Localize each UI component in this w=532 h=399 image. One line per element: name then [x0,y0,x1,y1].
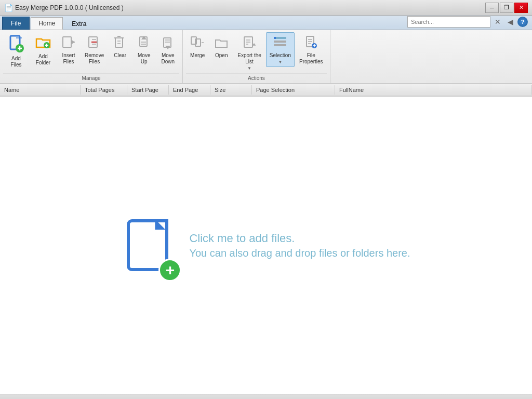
svg-rect-15 [115,38,123,47]
ribbon-group-actions: Merge Open [183,30,330,83]
svg-rect-40 [274,44,286,46]
actions-buttons: Merge Open [186,32,326,73]
drop-zone[interactable]: + Click me to add files. You can also dr… [122,214,410,276]
clear-label: Clear [114,52,126,59]
help-button[interactable]: ? [517,17,528,27]
table-header: Name Total Pages Start Page End Page Siz… [0,84,532,97]
clear-icon [113,35,127,51]
export-list-arrow: ▼ [247,66,251,71]
selection-arrow: ▼ [278,60,282,64]
add-folder-button[interactable]: AddFolder [30,32,56,69]
insert-files-label: InsertFiles [62,52,75,65]
move-down-label: MoveDown [161,52,175,65]
insert-files-button[interactable]: InsertFiles [57,32,80,68]
tab-extra[interactable]: Extra [64,18,94,30]
file-properties-button[interactable]: FileProperties [296,32,327,68]
merge-button[interactable]: Merge [186,32,209,61]
actions-group-label: Actions [186,73,326,83]
tab-file[interactable]: File [2,17,30,30]
col-header-page-selection[interactable]: Page Selection [252,85,335,95]
minimize-button[interactable]: ─ [485,3,499,13]
insert-files-icon [61,35,76,51]
open-label: Open [215,52,228,59]
move-down-button[interactable]: MoveDown [156,32,179,68]
add-files-icon [8,35,24,55]
col-header-total-pages[interactable]: Total Pages [81,85,127,95]
svg-rect-41 [274,37,276,39]
remove-files-icon [87,35,102,51]
move-up-button[interactable]: MoveUp [132,32,155,68]
open-icon [214,35,229,51]
add-circle-icon: + [158,259,181,282]
col-header-end-page[interactable]: End Page [169,85,210,95]
ribbon-tabs: File Home Extra ✕ ◀ ? [0,16,532,30]
add-files-button[interactable]: AddFiles [3,32,29,71]
app-icon: 📄 [4,4,13,12]
app-title: Easy Merge PDF 1.0.0.0 ( Unlicensed ) [15,4,485,11]
move-up-label: MoveUp [138,52,150,65]
svg-marker-10 [72,40,75,44]
manage-group-label: Manage [3,73,179,83]
add-folder-label: AddFolder [36,54,50,66]
merge-icon [190,35,205,51]
restore-button[interactable]: ❐ [500,3,513,13]
click-to-add-text: Click me to add files. [189,232,410,245]
file-properties-label: FileProperties [299,52,323,65]
ribbon-group-manage: AddFiles AddFolder [0,30,183,83]
search-input[interactable] [407,16,490,28]
merge-label: Merge [190,52,205,59]
close-button[interactable]: ✕ [514,3,528,13]
search-back-icon[interactable]: ◀ [505,17,515,27]
ribbon: AddFiles AddFolder [0,30,532,84]
status-bar [0,394,532,399]
tab-home[interactable]: Home [31,17,63,30]
export-list-icon [242,35,257,51]
file-properties-icon [304,35,318,51]
export-list-button[interactable]: Export theList ▼ [234,32,265,73]
export-list-label: Export theList [237,52,261,65]
selection-button[interactable]: Selection ▼ [266,32,295,67]
selection-icon [273,35,287,51]
title-bar: 📄 Easy Merge PDF 1.0.0.0 ( Unlicensed ) … [0,0,532,16]
open-button[interactable]: Open [210,32,233,61]
manage-buttons: AddFiles AddFolder [3,32,179,73]
window-controls: ─ ❐ ✕ [485,3,528,13]
col-header-size[interactable]: Size [210,85,252,95]
move-down-icon [161,35,175,51]
search-clear-icon[interactable]: ✕ [493,17,503,27]
clear-button[interactable]: Clear [109,32,131,61]
col-header-start-page[interactable]: Start Page [127,85,169,95]
svg-rect-39 [274,41,286,43]
col-header-name[interactable]: Name [0,85,81,95]
svg-rect-8 [63,37,71,47]
move-up-icon [137,35,151,51]
add-files-label: AddFiles [10,56,21,68]
remove-files-label: RemoveFiles [85,52,104,65]
selection-label: Selection [270,52,291,59]
remove-files-button[interactable]: RemoveFiles [81,32,108,68]
col-header-full-name[interactable]: FullName [335,85,532,95]
drop-icon: + [122,214,179,276]
drag-drop-text: You can also drag and drop files or fold… [189,247,410,259]
drop-text: Click me to add files. You can also drag… [189,232,410,259]
content-area[interactable]: + Click me to add files. You can also dr… [0,97,532,394]
add-folder-icon [35,35,51,52]
